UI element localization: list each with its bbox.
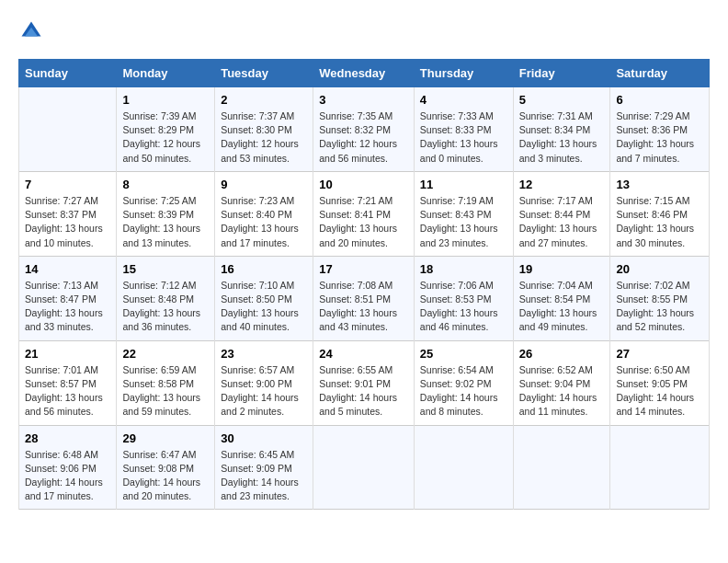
- day-number: 26: [519, 347, 605, 361]
- week-row-4: 21Sunrise: 7:01 AM Sunset: 8:57 PM Dayli…: [19, 340, 710, 425]
- calendar-cell: 7Sunrise: 7:27 AM Sunset: 8:37 PM Daylig…: [19, 171, 117, 256]
- calendar-header: SundayMondayTuesdayWednesdayThursdayFrid…: [19, 60, 710, 87]
- calendar-cell: [414, 425, 513, 510]
- calendar-body: 1Sunrise: 7:39 AM Sunset: 8:29 PM Daylig…: [19, 87, 710, 510]
- week-row-5: 28Sunrise: 6:48 AM Sunset: 9:06 PM Dayli…: [19, 425, 710, 510]
- week-row-2: 7Sunrise: 7:27 AM Sunset: 8:37 PM Daylig…: [19, 171, 710, 256]
- day-info: Sunrise: 7:19 AM Sunset: 8:43 PM Dayligh…: [420, 194, 507, 250]
- calendar-cell: 25Sunrise: 6:54 AM Sunset: 9:02 PM Dayli…: [414, 340, 513, 425]
- header-cell-tuesday: Tuesday: [215, 60, 313, 87]
- calendar-table: SundayMondayTuesdayWednesdayThursdayFrid…: [18, 59, 710, 510]
- calendar-cell: 27Sunrise: 6:50 AM Sunset: 9:05 PM Dayli…: [610, 340, 710, 425]
- day-number: 2: [221, 93, 307, 107]
- header-cell-wednesday: Wednesday: [313, 60, 415, 87]
- calendar-cell: 21Sunrise: 7:01 AM Sunset: 8:57 PM Dayli…: [19, 340, 117, 425]
- week-row-1: 1Sunrise: 7:39 AM Sunset: 8:29 PM Daylig…: [19, 87, 710, 172]
- day-info: Sunrise: 6:52 AM Sunset: 9:04 PM Dayligh…: [519, 363, 605, 419]
- calendar-cell: 3Sunrise: 7:35 AM Sunset: 8:32 PM Daylig…: [313, 87, 415, 172]
- day-number: 25: [420, 347, 507, 361]
- calendar-cell: 16Sunrise: 7:10 AM Sunset: 8:50 PM Dayli…: [215, 256, 313, 340]
- day-number: 27: [616, 347, 703, 361]
- calendar-cell: 5Sunrise: 7:31 AM Sunset: 8:34 PM Daylig…: [513, 87, 610, 172]
- day-number: 19: [519, 262, 605, 276]
- day-number: 16: [221, 262, 307, 276]
- calendar-cell: 18Sunrise: 7:06 AM Sunset: 8:53 PM Dayli…: [414, 256, 513, 340]
- header-row: SundayMondayTuesdayWednesdayThursdayFrid…: [19, 60, 710, 87]
- day-number: 24: [319, 347, 408, 361]
- day-number: 20: [616, 262, 703, 276]
- day-info: Sunrise: 6:48 AM Sunset: 9:06 PM Dayligh…: [25, 448, 110, 504]
- calendar-cell: 20Sunrise: 7:02 AM Sunset: 8:55 PM Dayli…: [610, 256, 710, 340]
- day-info: Sunrise: 7:12 AM Sunset: 8:48 PM Dayligh…: [122, 279, 209, 335]
- calendar-cell: 9Sunrise: 7:23 AM Sunset: 8:40 PM Daylig…: [215, 171, 313, 256]
- calendar-cell: [19, 87, 117, 172]
- day-number: 5: [519, 93, 605, 107]
- day-number: 8: [122, 178, 209, 191]
- day-info: Sunrise: 7:13 AM Sunset: 8:47 PM Dayligh…: [25, 279, 110, 335]
- day-info: Sunrise: 6:50 AM Sunset: 9:05 PM Dayligh…: [616, 363, 703, 419]
- day-info: Sunrise: 7:06 AM Sunset: 8:53 PM Dayligh…: [420, 279, 507, 335]
- calendar-cell: [313, 425, 415, 510]
- calendar-cell: 19Sunrise: 7:04 AM Sunset: 8:54 PM Dayli…: [513, 256, 610, 340]
- calendar-cell: 4Sunrise: 7:33 AM Sunset: 8:33 PM Daylig…: [414, 87, 513, 172]
- day-info: Sunrise: 7:15 AM Sunset: 8:46 PM Dayligh…: [616, 194, 703, 250]
- day-info: Sunrise: 6:54 AM Sunset: 9:02 PM Dayligh…: [420, 363, 507, 419]
- calendar-cell: 24Sunrise: 6:55 AM Sunset: 9:01 PM Dayli…: [313, 340, 415, 425]
- day-number: 10: [319, 178, 408, 191]
- day-number: 17: [319, 262, 408, 276]
- calendar-cell: 12Sunrise: 7:17 AM Sunset: 8:44 PM Dayli…: [513, 171, 610, 256]
- day-info: Sunrise: 6:57 AM Sunset: 9:00 PM Dayligh…: [221, 363, 307, 419]
- logo-icon: [18, 18, 44, 44]
- day-info: Sunrise: 7:04 AM Sunset: 8:54 PM Dayligh…: [519, 279, 605, 335]
- day-number: 6: [616, 93, 703, 107]
- header-cell-thursday: Thursday: [414, 60, 513, 87]
- day-number: 11: [420, 178, 507, 191]
- day-info: Sunrise: 7:39 AM Sunset: 8:29 PM Dayligh…: [122, 109, 209, 166]
- day-info: Sunrise: 7:35 AM Sunset: 8:32 PM Dayligh…: [319, 109, 408, 166]
- day-number: 23: [221, 347, 307, 361]
- day-info: Sunrise: 7:33 AM Sunset: 8:33 PM Dayligh…: [420, 109, 507, 166]
- day-number: 4: [420, 93, 507, 107]
- day-number: 29: [122, 431, 209, 445]
- day-number: 30: [221, 431, 307, 445]
- calendar-cell: 1Sunrise: 7:39 AM Sunset: 8:29 PM Daylig…: [117, 87, 215, 172]
- calendar-cell: 6Sunrise: 7:29 AM Sunset: 8:36 PM Daylig…: [610, 87, 710, 172]
- calendar-cell: 8Sunrise: 7:25 AM Sunset: 8:39 PM Daylig…: [117, 171, 215, 256]
- day-number: 21: [25, 347, 110, 361]
- day-number: 14: [25, 262, 110, 276]
- day-number: 1: [122, 93, 209, 107]
- calendar-cell: 23Sunrise: 6:57 AM Sunset: 9:00 PM Dayli…: [215, 340, 313, 425]
- header-cell-monday: Monday: [117, 60, 215, 87]
- calendar-cell: [610, 425, 710, 510]
- week-row-3: 14Sunrise: 7:13 AM Sunset: 8:47 PM Dayli…: [19, 256, 710, 340]
- day-info: Sunrise: 7:37 AM Sunset: 8:30 PM Dayligh…: [221, 109, 307, 166]
- day-number: 18: [420, 262, 507, 276]
- logo: [18, 18, 50, 44]
- day-info: Sunrise: 7:02 AM Sunset: 8:55 PM Dayligh…: [616, 279, 703, 335]
- calendar-cell: 10Sunrise: 7:21 AM Sunset: 8:41 PM Dayli…: [313, 171, 415, 256]
- header-cell-sunday: Sunday: [19, 60, 117, 87]
- calendar-cell: 14Sunrise: 7:13 AM Sunset: 8:47 PM Dayli…: [19, 256, 117, 340]
- day-info: Sunrise: 6:55 AM Sunset: 9:01 PM Dayligh…: [319, 363, 408, 419]
- day-info: Sunrise: 7:29 AM Sunset: 8:36 PM Dayligh…: [616, 109, 703, 166]
- calendar-cell: 28Sunrise: 6:48 AM Sunset: 9:06 PM Dayli…: [19, 425, 117, 510]
- day-info: Sunrise: 7:25 AM Sunset: 8:39 PM Dayligh…: [122, 194, 209, 250]
- day-number: 9: [221, 178, 307, 191]
- day-info: Sunrise: 6:45 AM Sunset: 9:09 PM Dayligh…: [221, 448, 307, 504]
- day-number: 15: [122, 262, 209, 276]
- day-number: 28: [25, 431, 110, 445]
- calendar-cell: [513, 425, 610, 510]
- calendar-cell: 29Sunrise: 6:47 AM Sunset: 9:08 PM Dayli…: [117, 425, 215, 510]
- calendar-cell: 13Sunrise: 7:15 AM Sunset: 8:46 PM Dayli…: [610, 171, 710, 256]
- header-cell-saturday: Saturday: [610, 60, 710, 87]
- day-info: Sunrise: 7:08 AM Sunset: 8:51 PM Dayligh…: [319, 279, 408, 335]
- day-info: Sunrise: 7:23 AM Sunset: 8:40 PM Dayligh…: [221, 194, 307, 250]
- day-info: Sunrise: 6:47 AM Sunset: 9:08 PM Dayligh…: [122, 448, 209, 504]
- day-number: 7: [25, 178, 110, 191]
- day-info: Sunrise: 7:31 AM Sunset: 8:34 PM Dayligh…: [519, 109, 605, 166]
- day-info: Sunrise: 7:10 AM Sunset: 8:50 PM Dayligh…: [221, 279, 307, 335]
- day-number: 12: [519, 178, 605, 191]
- calendar-cell: 30Sunrise: 6:45 AM Sunset: 9:09 PM Dayli…: [215, 425, 313, 510]
- calendar-cell: 2Sunrise: 7:37 AM Sunset: 8:30 PM Daylig…: [215, 87, 313, 172]
- calendar-cell: 26Sunrise: 6:52 AM Sunset: 9:04 PM Dayli…: [513, 340, 610, 425]
